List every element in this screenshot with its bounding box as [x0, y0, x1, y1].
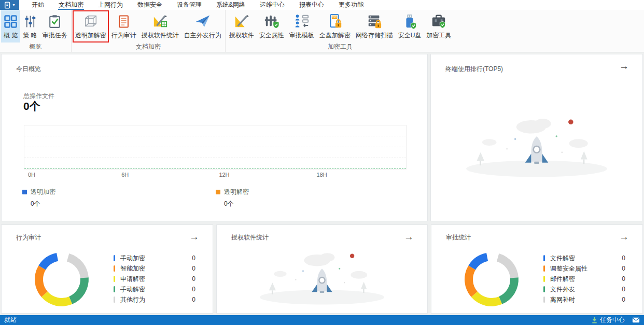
- legend-label: 申请解密: [120, 275, 145, 284]
- transparent-crypto-cube-icon: [83, 12, 99, 31]
- ribbon-item-label: 加密工具: [426, 31, 451, 40]
- legend-marker: [114, 265, 115, 272]
- total-files-value: 0个: [23, 99, 40, 114]
- tab-device-management[interactable]: 设备管理: [176, 0, 202, 10]
- ribbon-item-behavior-audit[interactable]: 行为审计: [109, 10, 139, 43]
- tab-more-functions[interactable]: 更多功能: [338, 0, 364, 10]
- legend-marker: [22, 190, 27, 194]
- ribbon-item-authorized-software[interactable]: 授权软件: [227, 10, 257, 43]
- ribbon-item-secure-usb[interactable]: 安全U盘: [396, 10, 424, 43]
- ribbon-item-authorized-software-stats[interactable]: 授权软件统计: [139, 10, 181, 43]
- legend-marker: [216, 190, 220, 194]
- x-tick: 0H: [28, 172, 35, 178]
- tab-internet-behavior[interactable]: 上网行为: [97, 0, 123, 10]
- full-disk-crypto-icon: SSD: [327, 12, 343, 31]
- tab-start[interactable]: 开始: [31, 0, 45, 10]
- authorized-software-icon: [234, 12, 249, 31]
- behavior-audit-donut-chart: [31, 248, 93, 310]
- ribbon-item-full-disk-crypto[interactable]: SSD 全盘加解密: [317, 10, 353, 43]
- legend-label: 手动解密: [120, 285, 145, 294]
- legend-item: 文件外发 0: [543, 284, 625, 294]
- legend-label: 调整安全属性: [550, 264, 587, 273]
- legend-label: 离网补时: [550, 295, 575, 304]
- legend-marker: [543, 265, 545, 272]
- legend-marker: [543, 296, 545, 303]
- ribbon-item-label: 授权软件: [229, 31, 254, 40]
- x-axis-ticks: 0H 6H 12H 18H: [24, 172, 407, 179]
- legend-value: 0: [622, 286, 625, 293]
- task-center-button[interactable]: 任务中心: [591, 316, 625, 324]
- legend-marker: [543, 286, 545, 292]
- menu-tabs: 开始 文档加密 上网行为 数据安全 设备管理 系统&网络 运维中心 报表中心 更…: [24, 0, 371, 10]
- ribbon-group-label: 文档加密: [72, 43, 225, 52]
- ribbon-item-label: 安全U盘: [398, 31, 422, 40]
- legend-label: 手动加密: [120, 254, 145, 263]
- legend-value: 0个: [224, 200, 249, 208]
- app-menu-button[interactable]: ▾: [0, 0, 19, 10]
- ribbon-item-overview[interactable]: 概 览: [1, 10, 20, 43]
- app-logo-icon: [4, 2, 11, 9]
- ribbon-item-label: 安全属性: [259, 31, 284, 40]
- ribbon-item-approval-tasks[interactable]: 审批任务: [40, 10, 70, 43]
- arrow-right-icon[interactable]: →: [619, 60, 629, 74]
- message-icon[interactable]: [632, 317, 640, 323]
- today-overview-card: 今日概览 总操作文件 0个 0H 6H 12H 18H 透明加密 0个 透明解密…: [1, 54, 428, 221]
- legend-marker: [543, 276, 545, 282]
- ribbon-item-outgoing-behavior[interactable]: 自主外发行为: [181, 10, 224, 43]
- approval-template-icon: [294, 12, 310, 31]
- tab-ops-center[interactable]: 运维中心: [259, 0, 285, 10]
- ribbon-item-approval-template[interactable]: 审批模板: [287, 10, 317, 43]
- network-storage-scan-icon: [367, 12, 382, 31]
- outgoing-behavior-icon: [195, 12, 211, 31]
- empty-state-illustration: [244, 246, 400, 309]
- ribbon-item-label: 自主外发行为: [184, 31, 221, 40]
- legend-marker: [114, 255, 115, 261]
- chevron-down-icon: ▾: [12, 3, 15, 7]
- legend-value: 0: [622, 275, 625, 282]
- tab-report-center[interactable]: 报表中心: [299, 0, 325, 10]
- legend-item-transparent-encrypt: 透明加密 0个: [22, 188, 55, 208]
- approval-stats-legend: 文件解密 0 调整安全属性 0 邮件解密 0 文件外发 0 离网补时 0: [543, 253, 625, 305]
- legend-value: 0: [192, 275, 195, 282]
- card-title: 审批统计: [446, 233, 471, 242]
- ribbon-item-security-attribute[interactable]: 安全属性: [257, 10, 287, 43]
- legend-value: 0个: [31, 200, 55, 208]
- legend-item: 申请解密 0: [114, 274, 195, 284]
- ribbon-group-document-encryption: 透明加解密 行为审计: [72, 10, 226, 52]
- legend-item: 智能加密 0: [114, 263, 195, 274]
- authorized-software-stats-icon: [152, 12, 168, 31]
- ribbon-item-crypto-tools[interactable]: 加密工具: [424, 10, 454, 43]
- ribbon-item-label: 概 览: [4, 31, 18, 40]
- ribbon-item-policy[interactable]: 策 略: [20, 10, 39, 43]
- legend-label: 文件解密: [550, 254, 575, 263]
- x-tick: 12H: [219, 172, 229, 178]
- legend-label: 智能加密: [120, 264, 145, 273]
- terminal-usage-rank-card: 终端使用排行(TOP5) →: [430, 54, 643, 221]
- behavior-audit-legend: 手动加密 0 智能加密 0 申请解密 0 手动解密 0 其他行为 0: [114, 253, 195, 305]
- arrow-right-icon[interactable]: →: [189, 230, 199, 244]
- download-icon: [591, 317, 598, 323]
- legend-label: 邮件解密: [550, 275, 575, 284]
- legend-marker: [114, 286, 115, 292]
- tab-data-security[interactable]: 数据安全: [137, 0, 163, 10]
- tab-document-encryption[interactable]: 文档加密: [58, 0, 84, 10]
- ribbon-item-network-storage-scan[interactable]: 网络存储扫描: [353, 10, 396, 43]
- ribbon-item-label: 网络存储扫描: [356, 31, 393, 40]
- approval-tasks-icon: [48, 12, 62, 31]
- legend-marker: [543, 255, 545, 261]
- overview-grid-icon: [4, 12, 18, 31]
- arrow-right-icon[interactable]: →: [404, 230, 414, 244]
- ribbon-item-transparent-crypto[interactable]: 透明加解密: [73, 10, 109, 43]
- ribbon-toolbar: 概 览 策 略 审批任务 概览: [0, 10, 644, 52]
- ribbon-empty-space: [455, 10, 644, 52]
- ribbon-item-label: 透明加解密: [75, 31, 106, 40]
- legend-label: 透明解密: [224, 188, 249, 196]
- status-ready-text: 就绪: [4, 316, 591, 324]
- status-bar: 就绪 任务中心: [0, 315, 644, 325]
- x-tick: 18H: [317, 172, 327, 178]
- ribbon-group-label: 加密工具: [226, 43, 455, 52]
- tab-system-network[interactable]: 系统&网络: [216, 0, 246, 10]
- legend-item: 邮件解密 0: [543, 274, 625, 284]
- ribbon-group-overview: 概 览 策 略 审批任务 概览: [0, 10, 72, 52]
- arrow-right-icon[interactable]: →: [619, 230, 629, 244]
